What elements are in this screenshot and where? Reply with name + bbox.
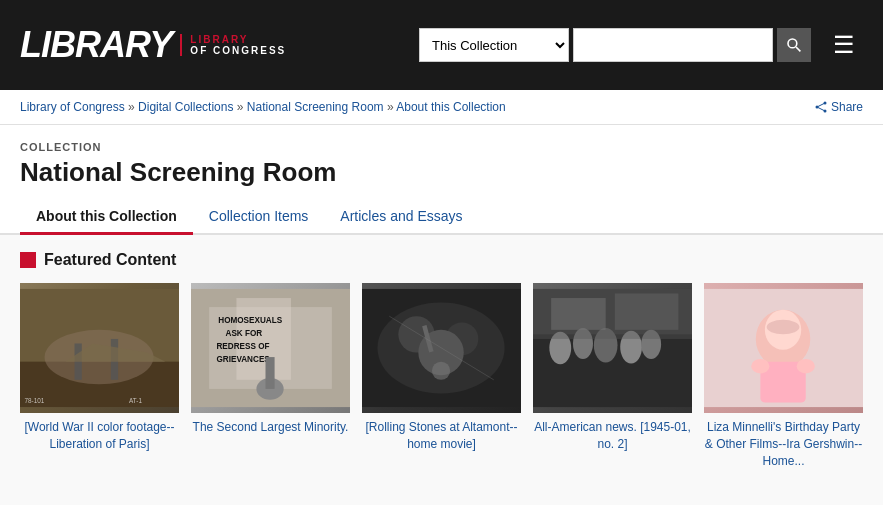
- tab-about[interactable]: About this Collection: [20, 200, 193, 235]
- breadcrumb-link-about[interactable]: About this Collection: [396, 100, 505, 114]
- svg-line-6: [817, 107, 825, 111]
- header: LIBRARY LIBRARY OF CONGRESS This Collect…: [0, 0, 883, 90]
- svg-point-47: [797, 359, 815, 374]
- breadcrumb-link-digital[interactable]: Digital Collections: [138, 100, 233, 114]
- svg-rect-23: [266, 357, 275, 389]
- search-button[interactable]: [777, 28, 811, 62]
- breadcrumb: Library of Congress » Digital Collection…: [20, 100, 506, 114]
- logo-sub-line2: OF CONGRESS: [190, 45, 286, 56]
- tab-articles-essays[interactable]: Articles and Essays: [324, 200, 478, 235]
- list-item[interactable]: [Rolling Stones at Altamont--home movie]: [362, 283, 521, 469]
- svg-point-46: [751, 359, 769, 374]
- featured-icon: [20, 252, 36, 268]
- svg-point-0: [788, 39, 797, 48]
- breadcrumb-bar: Library of Congress » Digital Collection…: [0, 90, 883, 125]
- svg-rect-17: [236, 298, 291, 380]
- list-item[interactable]: All-American news. [1945-01, no. 2]: [533, 283, 692, 469]
- breadcrumb-link-nsr[interactable]: National Screening Room: [247, 100, 384, 114]
- share-button[interactable]: Share: [815, 100, 863, 114]
- svg-text:ASK FOR: ASK FOR: [226, 329, 263, 338]
- thumbnail-5: [704, 283, 863, 413]
- svg-text:HOMOSEXUALS: HOMOSEXUALS: [218, 316, 282, 325]
- svg-point-30: [432, 362, 450, 380]
- item-caption-1: [World War II color footage--Liberation …: [20, 419, 179, 453]
- breadcrumb-sep-1: »: [128, 100, 138, 114]
- svg-text:78-101: 78-101: [25, 397, 45, 404]
- logo-sub: LIBRARY OF CONGRESS: [180, 34, 286, 56]
- collection-header: COLLECTION National Screening Room: [0, 125, 883, 188]
- collection-label: COLLECTION: [20, 141, 863, 153]
- featured-items-container: 78-101 AT-1 [World War II color footage-…: [20, 283, 863, 469]
- item-caption-5: Liza Minnelli's Birthday Party & Other F…: [704, 419, 863, 469]
- svg-line-1: [796, 47, 800, 51]
- logo-sub-line1: LIBRARY: [190, 34, 286, 45]
- svg-rect-41: [615, 293, 679, 329]
- breadcrumb-link-loc[interactable]: Library of Congress: [20, 100, 125, 114]
- svg-rect-40: [551, 298, 606, 330]
- tab-collection-items[interactable]: Collection Items: [193, 200, 325, 235]
- logo-area[interactable]: LIBRARY LIBRARY OF CONGRESS: [20, 27, 286, 63]
- logo-text: LIBRARY: [20, 27, 172, 63]
- svg-text:AT-1: AT-1: [129, 397, 142, 404]
- list-item[interactable]: Liza Minnelli's Birthday Party & Other F…: [704, 283, 863, 469]
- thumbnail-4: [533, 283, 692, 413]
- search-scope-select[interactable]: This Collection All Collections loc.gov: [419, 28, 569, 62]
- thumbnail-3: [362, 283, 521, 413]
- tabs-bar: About this Collection Collection Items A…: [0, 200, 883, 235]
- thumbnail-1: 78-101 AT-1: [20, 283, 179, 413]
- thumbnail-2: HOMOSEXUALS ASK FOR REDRESS OF GRIEVANCE…: [191, 283, 350, 413]
- hamburger-menu-button[interactable]: ☰: [825, 27, 863, 63]
- share-icon: [815, 101, 827, 113]
- featured-header: Featured Content: [20, 251, 863, 269]
- svg-line-5: [817, 103, 825, 107]
- collection-title: National Screening Room: [20, 157, 863, 188]
- search-icon: [786, 37, 802, 53]
- list-item[interactable]: HOMOSEXUALS ASK FOR REDRESS OF GRIEVANCE…: [191, 283, 350, 469]
- breadcrumb-sep-2: »: [237, 100, 247, 114]
- featured-title: Featured Content: [44, 251, 176, 269]
- svg-text:GRIEVANCES: GRIEVANCES: [216, 355, 270, 364]
- search-area: This Collection All Collections loc.gov …: [419, 27, 863, 63]
- item-caption-2: The Second Largest Minority.: [191, 419, 350, 436]
- breadcrumb-sep-3: »: [387, 100, 396, 114]
- item-caption-4: All-American news. [1945-01, no. 2]: [533, 419, 692, 453]
- svg-text:REDRESS OF: REDRESS OF: [216, 342, 269, 351]
- search-input[interactable]: [573, 28, 773, 62]
- featured-section: Featured Content 78-101 AT-1 [World War …: [0, 235, 883, 505]
- list-item[interactable]: 78-101 AT-1 [World War II color footage-…: [20, 283, 179, 469]
- svg-point-48: [767, 320, 800, 335]
- item-caption-3: [Rolling Stones at Altamont--home movie]: [362, 419, 521, 453]
